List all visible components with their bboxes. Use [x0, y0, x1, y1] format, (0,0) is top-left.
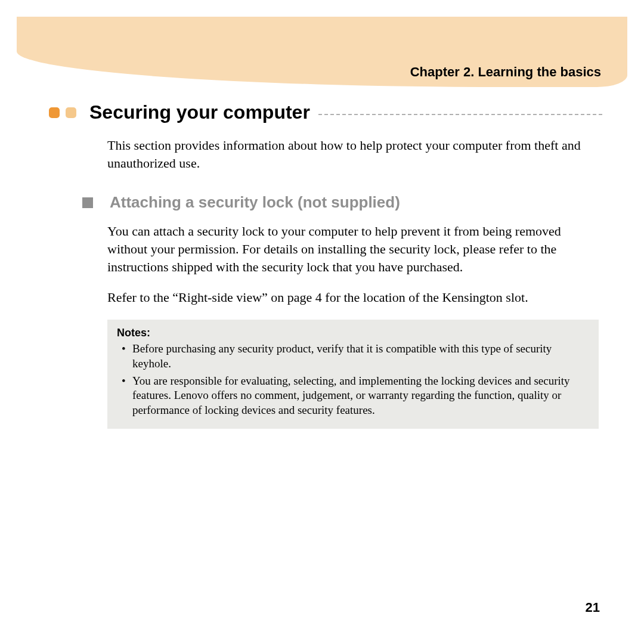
- bullet-orange-icon: [49, 107, 60, 118]
- heading-row: Securing your computer: [48, 101, 602, 123]
- body-paragraph-2: Refer to the “Right-side view” on page 4…: [107, 289, 596, 306]
- notes-label: Notes:: [117, 327, 589, 339]
- square-bullet-icon: [82, 197, 93, 208]
- notes-box: Notes: • Before purchasing any security …: [107, 320, 599, 428]
- bullet-light-icon: [66, 107, 76, 118]
- note-text: Before purchasing any security product, …: [132, 342, 589, 371]
- section-heading: Securing your computer: [89, 101, 310, 123]
- list-item: • Before purchasing any security product…: [117, 342, 589, 371]
- heading-dashed-rule: [318, 114, 602, 115]
- page-number: 21: [586, 600, 600, 615]
- subsection-heading: Attaching a security lock (not supplied): [110, 193, 400, 212]
- list-item: • You are responsible for evaluating, se…: [117, 374, 589, 418]
- chapter-title: Chapter 2. Learning the basics: [410, 64, 601, 80]
- content-area: Securing your computer This section prov…: [48, 101, 602, 429]
- intro-paragraph: This section provides information about …: [107, 137, 596, 172]
- subheading-row: Attaching a security lock (not supplied): [82, 193, 602, 212]
- document-page: Chapter 2. Learning the basics Securing …: [0, 0, 644, 644]
- bullet-dot-icon: •: [117, 374, 132, 418]
- note-text: You are responsible for evaluating, sele…: [132, 374, 589, 418]
- body-paragraph-1: You can attach a security lock to your c…: [107, 222, 596, 275]
- heading-bullets-icon: [49, 107, 76, 118]
- notes-list: • Before purchasing any security product…: [117, 342, 589, 417]
- bullet-dot-icon: •: [117, 342, 132, 371]
